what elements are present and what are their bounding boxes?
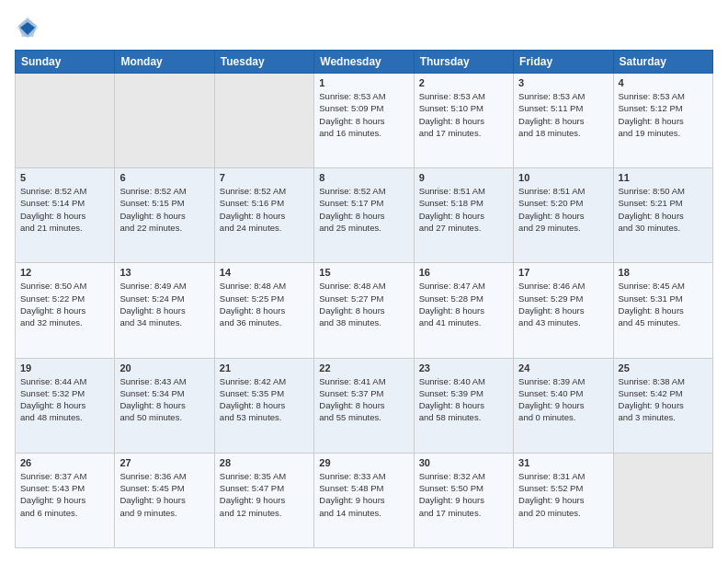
cell-day-17: 17Sunrise: 8:46 AM Sunset: 5:29 PM Dayli… [514, 263, 613, 358]
cell-day-21: 21Sunrise: 8:42 AM Sunset: 5:35 PM Dayli… [214, 358, 313, 453]
day-info: Sunrise: 8:53 AM Sunset: 5:11 PM Dayligh… [518, 91, 585, 138]
week-row-2: 5Sunrise: 8:52 AM Sunset: 5:14 PM Daylig… [16, 168, 713, 263]
weekday-header-wednesday: Wednesday [314, 51, 414, 74]
day-number: 1 [319, 77, 408, 88]
day-info: Sunrise: 8:36 AM Sunset: 5:45 PM Dayligh… [119, 471, 186, 518]
cell-day-14: 14Sunrise: 8:48 AM Sunset: 5:25 PM Dayli… [214, 263, 313, 358]
weekday-header-sunday: Sunday [16, 51, 115, 74]
day-number: 29 [319, 457, 408, 468]
day-info: Sunrise: 8:33 AM Sunset: 5:48 PM Dayligh… [319, 471, 385, 518]
day-number: 31 [518, 457, 608, 468]
cell-day-13: 13Sunrise: 8:49 AM Sunset: 5:24 PM Dayli… [115, 263, 214, 358]
logo [15, 15, 44, 40]
day-info: Sunrise: 8:39 AM Sunset: 5:40 PM Dayligh… [518, 376, 585, 423]
day-number: 17 [518, 267, 608, 278]
cell-day-7: 7Sunrise: 8:52 AM Sunset: 5:16 PM Daylig… [214, 168, 313, 263]
day-info: Sunrise: 8:46 AM Sunset: 5:29 PM Dayligh… [518, 281, 585, 327]
day-number: 19 [20, 362, 109, 373]
day-number: 27 [119, 457, 209, 468]
day-info: Sunrise: 8:50 AM Sunset: 5:22 PM Dayligh… [20, 281, 86, 327]
cell-day-20: 20Sunrise: 8:43 AM Sunset: 5:34 PM Dayli… [115, 358, 214, 453]
weekday-header-saturday: Saturday [613, 51, 712, 74]
day-info: Sunrise: 8:52 AM Sunset: 5:17 PM Dayligh… [319, 186, 385, 233]
day-info: Sunrise: 8:41 AM Sunset: 5:37 PM Dayligh… [319, 376, 385, 423]
cell-day-27: 27Sunrise: 8:36 AM Sunset: 5:45 PM Dayli… [115, 453, 214, 547]
day-info: Sunrise: 8:35 AM Sunset: 5:47 PM Dayligh… [220, 471, 286, 518]
cell-day-9: 9Sunrise: 8:51 AM Sunset: 5:18 PM Daylig… [414, 168, 513, 263]
day-number: 6 [119, 172, 209, 183]
day-number: 10 [518, 172, 608, 183]
day-number: 28 [220, 457, 309, 468]
day-number: 4 [619, 77, 708, 88]
cell-day-6: 6Sunrise: 8:52 AM Sunset: 5:15 PM Daylig… [115, 168, 214, 263]
day-info: Sunrise: 8:32 AM Sunset: 5:50 PM Dayligh… [419, 471, 485, 518]
day-info: Sunrise: 8:47 AM Sunset: 5:28 PM Dayligh… [419, 281, 485, 327]
day-info: Sunrise: 8:45 AM Sunset: 5:31 PM Dayligh… [619, 281, 685, 327]
cell-day-18: 18Sunrise: 8:45 AM Sunset: 5:31 PM Dayli… [613, 263, 712, 358]
cell-day-5: 5Sunrise: 8:52 AM Sunset: 5:14 PM Daylig… [16, 168, 115, 263]
cell-day-19: 19Sunrise: 8:44 AM Sunset: 5:32 PM Dayli… [16, 358, 115, 453]
day-number: 15 [319, 267, 408, 278]
day-info: Sunrise: 8:53 AM Sunset: 5:10 PM Dayligh… [419, 91, 485, 138]
week-row-3: 12Sunrise: 8:50 AM Sunset: 5:22 PM Dayli… [16, 263, 713, 358]
cell-day-empty [115, 74, 214, 168]
day-number: 7 [220, 172, 309, 183]
week-row-4: 19Sunrise: 8:44 AM Sunset: 5:32 PM Dayli… [16, 358, 713, 453]
day-number: 25 [619, 362, 708, 373]
cell-day-15: 15Sunrise: 8:48 AM Sunset: 5:27 PM Dayli… [314, 263, 414, 358]
cell-day-26: 26Sunrise: 8:37 AM Sunset: 5:43 PM Dayli… [16, 453, 115, 547]
day-number: 5 [20, 172, 109, 183]
cell-day-24: 24Sunrise: 8:39 AM Sunset: 5:40 PM Dayli… [514, 358, 613, 453]
day-info: Sunrise: 8:53 AM Sunset: 5:12 PM Dayligh… [619, 91, 685, 138]
day-number: 22 [319, 362, 408, 373]
calendar: SundayMondayTuesdayWednesdayThursdayFrid… [15, 50, 713, 548]
cell-day-empty [613, 453, 712, 547]
cell-day-1: 1Sunrise: 8:53 AM Sunset: 5:09 PM Daylig… [314, 74, 414, 168]
weekday-header-row: SundayMondayTuesdayWednesdayThursdayFrid… [16, 51, 713, 74]
day-info: Sunrise: 8:38 AM Sunset: 5:42 PM Dayligh… [619, 376, 685, 423]
cell-day-3: 3Sunrise: 8:53 AM Sunset: 5:11 PM Daylig… [514, 74, 613, 168]
weekday-header-friday: Friday [514, 51, 613, 74]
day-info: Sunrise: 8:51 AM Sunset: 5:20 PM Dayligh… [518, 186, 585, 233]
day-number: 9 [419, 172, 508, 183]
cell-day-10: 10Sunrise: 8:51 AM Sunset: 5:20 PM Dayli… [514, 168, 613, 263]
day-number: 12 [20, 267, 109, 278]
day-info: Sunrise: 8:52 AM Sunset: 5:16 PM Dayligh… [220, 186, 286, 233]
day-info: Sunrise: 8:50 AM Sunset: 5:21 PM Dayligh… [619, 186, 685, 233]
day-info: Sunrise: 8:52 AM Sunset: 5:15 PM Dayligh… [119, 186, 186, 233]
header [15, 15, 713, 40]
cell-day-8: 8Sunrise: 8:52 AM Sunset: 5:17 PM Daylig… [314, 168, 414, 263]
day-number: 20 [119, 362, 209, 373]
day-info: Sunrise: 8:48 AM Sunset: 5:25 PM Dayligh… [220, 281, 286, 327]
cell-day-23: 23Sunrise: 8:40 AM Sunset: 5:39 PM Dayli… [414, 358, 513, 453]
day-info: Sunrise: 8:48 AM Sunset: 5:27 PM Dayligh… [319, 281, 385, 327]
day-number: 24 [518, 362, 608, 373]
day-number: 8 [319, 172, 408, 183]
week-row-1: 1Sunrise: 8:53 AM Sunset: 5:09 PM Daylig… [16, 74, 713, 168]
cell-day-29: 29Sunrise: 8:33 AM Sunset: 5:48 PM Dayli… [314, 453, 414, 547]
day-number: 26 [20, 457, 109, 468]
day-info: Sunrise: 8:43 AM Sunset: 5:34 PM Dayligh… [119, 376, 186, 423]
day-number: 23 [419, 362, 508, 373]
day-number: 11 [619, 172, 708, 183]
week-row-5: 26Sunrise: 8:37 AM Sunset: 5:43 PM Dayli… [16, 453, 713, 547]
page: SundayMondayTuesdayWednesdayThursdayFrid… [0, 0, 728, 563]
day-info: Sunrise: 8:40 AM Sunset: 5:39 PM Dayligh… [419, 376, 485, 423]
day-info: Sunrise: 8:42 AM Sunset: 5:35 PM Dayligh… [220, 376, 286, 423]
cell-day-empty [214, 74, 313, 168]
day-info: Sunrise: 8:37 AM Sunset: 5:43 PM Dayligh… [20, 471, 86, 518]
cell-day-28: 28Sunrise: 8:35 AM Sunset: 5:47 PM Dayli… [214, 453, 313, 547]
cell-day-11: 11Sunrise: 8:50 AM Sunset: 5:21 PM Dayli… [613, 168, 712, 263]
day-number: 13 [119, 267, 209, 278]
cell-day-12: 12Sunrise: 8:50 AM Sunset: 5:22 PM Dayli… [16, 263, 115, 358]
weekday-header-monday: Monday [115, 51, 214, 74]
day-number: 3 [518, 77, 608, 88]
logo-icon [15, 15, 40, 40]
day-number: 14 [220, 267, 309, 278]
cell-day-2: 2Sunrise: 8:53 AM Sunset: 5:10 PM Daylig… [414, 74, 513, 168]
day-number: 18 [619, 267, 708, 278]
cell-day-25: 25Sunrise: 8:38 AM Sunset: 5:42 PM Dayli… [613, 358, 712, 453]
day-info: Sunrise: 8:53 AM Sunset: 5:09 PM Dayligh… [319, 91, 385, 138]
cell-day-empty [16, 74, 115, 168]
cell-day-16: 16Sunrise: 8:47 AM Sunset: 5:28 PM Dayli… [414, 263, 513, 358]
